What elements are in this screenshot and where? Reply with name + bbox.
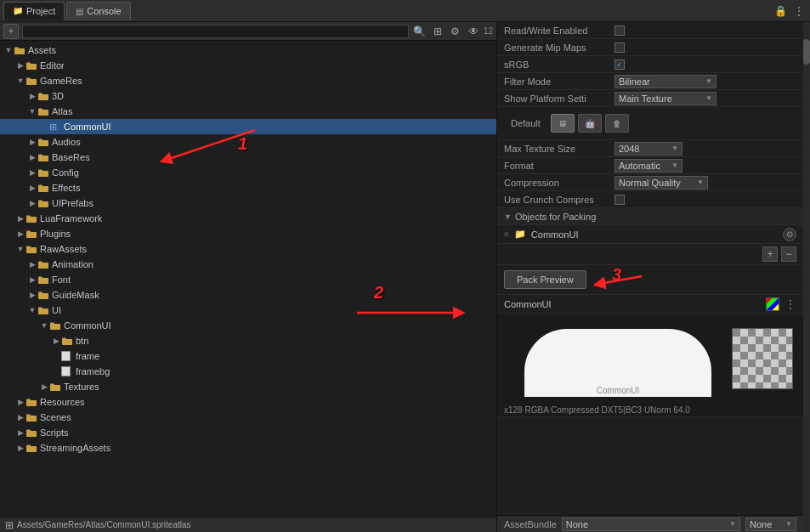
asset-bundle-arrow: ▼ bbox=[729, 520, 736, 528]
search-icon[interactable]: 🔍 bbox=[412, 24, 428, 39]
tab-project[interactable]: 📁 Project bbox=[3, 2, 65, 20]
tree-item-plugins[interactable]: ▶ Plugins bbox=[0, 226, 496, 241]
read-write-checkbox[interactable] bbox=[615, 25, 625, 36]
pack-preview-row: Pack Preview 3 bbox=[497, 265, 803, 295]
crunch-checkbox[interactable] bbox=[615, 195, 625, 205]
tree-item-streamingassets[interactable]: ▶ StreamingAssets bbox=[0, 440, 496, 456]
tree-item-label-scenes: Scenes bbox=[40, 412, 71, 422]
tree-container[interactable]: ▼ Assets▶ Editor▼ GameRes▶ 3D▼ Atlas⊞Com… bbox=[0, 41, 496, 517]
platform-tab-android[interactable]: 🤖 bbox=[578, 114, 602, 133]
tab-console[interactable]: ▤ Console bbox=[66, 2, 130, 20]
srgb-row: sRGB bbox=[497, 56, 803, 73]
tree-item-audios[interactable]: ▶ Audios bbox=[0, 134, 496, 150]
show-platform-dropdown[interactable]: Main Texture ▼ bbox=[615, 92, 717, 105]
max-texture-dropdown[interactable]: 2048 ▼ bbox=[615, 142, 683, 156]
tree-item-assets[interactable]: ▼ Assets bbox=[0, 42, 496, 58]
tree-item-animation[interactable]: ▶ Animation bbox=[0, 257, 496, 272]
tree-item-label-rawassets: RawAssets bbox=[40, 244, 87, 254]
add-button[interactable]: + bbox=[3, 24, 19, 39]
color-channel-btn[interactable] bbox=[766, 297, 779, 311]
tree-item-baseres[interactable]: ▶ BaseRes bbox=[0, 150, 496, 165]
compression-dropdown[interactable]: Normal Quality ▼ bbox=[615, 176, 708, 190]
srgb-value bbox=[615, 59, 625, 70]
tree-item-luaframework[interactable]: ▶ LuaFramework bbox=[0, 211, 496, 226]
tree-item-3d[interactable]: ▶ 3D bbox=[0, 88, 496, 104]
show-platform-label: Show Platform Setti bbox=[504, 93, 615, 104]
tab-console-label: Console bbox=[87, 6, 121, 16]
more-options-btn[interactable]: ⋮ bbox=[785, 297, 796, 311]
tree-item-label-ui: UI bbox=[52, 305, 61, 315]
scrollbar-thumb[interactable] bbox=[803, 39, 810, 65]
packing-handle: ≡ bbox=[504, 229, 509, 239]
tree-item-frame[interactable]: frame bbox=[0, 348, 496, 364]
tree-item-label-streamingassets: StreamingAssets bbox=[40, 443, 110, 453]
asset-bundle-variant: None bbox=[750, 519, 772, 529]
tree-item-ui_commonui[interactable]: ▼ CommonUI bbox=[0, 318, 496, 333]
packing-remove-btn[interactable]: − bbox=[781, 246, 796, 262]
tree-item-label-frame: frame bbox=[76, 351, 99, 361]
tree-item-config[interactable]: ▶ Config bbox=[0, 165, 496, 180]
platform-tab-misc[interactable]: 🗑 bbox=[605, 114, 629, 133]
eye-icon[interactable]: 👁 bbox=[466, 24, 481, 39]
right-scrollbar[interactable] bbox=[803, 22, 810, 532]
preview-canvas: CommonUI bbox=[497, 314, 803, 404]
asset-bundle-value: None bbox=[566, 519, 588, 529]
srgb-checkbox[interactable] bbox=[615, 59, 625, 70]
show-platform-value: Main Texture ▼ bbox=[615, 92, 717, 105]
crunch-row: Use Crunch Compres bbox=[497, 191, 803, 208]
tree-item-label-config: Config bbox=[52, 167, 79, 178]
packing-add-btn[interactable]: + bbox=[762, 246, 778, 262]
top-bar: 📁 Project ▤ Console 🔒 ⋮ bbox=[0, 0, 810, 22]
tree-item-effects[interactable]: ▶ Effects bbox=[0, 180, 496, 195]
srgb-label: sRGB bbox=[504, 59, 615, 70]
tree-item-label-uiprefabs: UIPrefabs bbox=[52, 198, 93, 208]
tree-item-scripts[interactable]: ▶ Scripts bbox=[0, 425, 496, 440]
filter-mode-dropdown[interactable]: Bilinear ▼ bbox=[615, 75, 717, 88]
objects-section-header[interactable]: ▼ Objects for Packing bbox=[497, 208, 803, 225]
packing-item-label: CommonUI bbox=[531, 229, 778, 240]
asset-bundle-variant-arrow: ▼ bbox=[785, 520, 792, 528]
filter-mode-label: Filter Mode bbox=[504, 76, 615, 87]
format-arrow: ▼ bbox=[671, 161, 678, 169]
tree-item-guidemask[interactable]: ▶ GuideMask bbox=[0, 287, 496, 303]
tree-item-ui[interactable]: ▼ UI bbox=[0, 303, 496, 318]
tree-item-rawassets[interactable]: ▼ RawAssets bbox=[0, 241, 496, 257]
tree-item-editor[interactable]: ▶ Editor bbox=[0, 58, 496, 73]
main-content: + 🔍 ⊞ ⚙ 👁 12 ▼ Assets▶ Editor▼ GameRes▶ … bbox=[0, 22, 810, 532]
menu-icon[interactable]: ⋮ bbox=[791, 3, 807, 19]
tree-item-atlas[interactable]: ▼ Atlas bbox=[0, 104, 496, 119]
tree-item-uiprefabs[interactable]: ▶ UIPrefabs bbox=[0, 195, 496, 211]
platform-tab-monitor[interactable]: 🖥 bbox=[551, 114, 575, 133]
tree-item-scenes[interactable]: ▶ Scenes bbox=[0, 410, 496, 425]
tree-item-label-assets: Assets bbox=[28, 45, 56, 55]
tree-item-textures[interactable]: ▶ Textures bbox=[0, 379, 496, 394]
platform-tabs: Default 🖥 🤖 🗑 bbox=[497, 107, 803, 140]
crunch-label: Use Crunch Compres bbox=[504, 195, 615, 205]
settings-icon[interactable]: ⚙ bbox=[448, 24, 463, 39]
tree-item-label-baseres: BaseRes bbox=[52, 152, 90, 162]
arrow-3 bbox=[582, 272, 650, 297]
layout-icon[interactable]: ⊞ bbox=[430, 24, 445, 39]
tree-item-font[interactable]: ▶ Font bbox=[0, 272, 496, 287]
preview-small-image bbox=[732, 328, 793, 389]
mip-maps-checkbox[interactable] bbox=[615, 42, 625, 53]
lock-icon[interactable]: 🔒 bbox=[773, 3, 788, 19]
read-write-row: Read/Write Enabled bbox=[497, 22, 803, 39]
tree-item-label-atlas: Atlas bbox=[52, 106, 72, 116]
pack-preview-button[interactable]: Pack Preview bbox=[504, 270, 586, 289]
packing-item-target-btn[interactable]: ⊙ bbox=[783, 228, 796, 241]
asset-bundle-dropdown[interactable]: None ▼ bbox=[562, 518, 740, 531]
tree-item-resources[interactable]: ▶ Resources bbox=[0, 394, 496, 410]
tree-item-gameres[interactable]: ▼ GameRes bbox=[0, 73, 496, 88]
default-tab-label: Default bbox=[504, 110, 547, 136]
tree-item-commonui[interactable]: ⊞CommonUI bbox=[0, 119, 496, 134]
tree-item-btn[interactable]: ▶ btn bbox=[0, 333, 496, 348]
search-input[interactable] bbox=[22, 25, 409, 38]
tree-item-label-font: Font bbox=[52, 274, 71, 285]
tree-item-framebg[interactable]: framebg bbox=[0, 364, 496, 379]
format-dropdown[interactable]: Automatic ▼ bbox=[615, 159, 683, 173]
toolbar-right: 🔍 ⊞ ⚙ 👁 12 bbox=[412, 24, 493, 39]
right-panel: Read/Write Enabled Generate Mip Maps sRG… bbox=[497, 22, 803, 532]
tree-item-label-gameres: GameRes bbox=[40, 76, 82, 86]
asset-bundle-variant-dropdown[interactable]: None ▼ bbox=[745, 518, 796, 531]
